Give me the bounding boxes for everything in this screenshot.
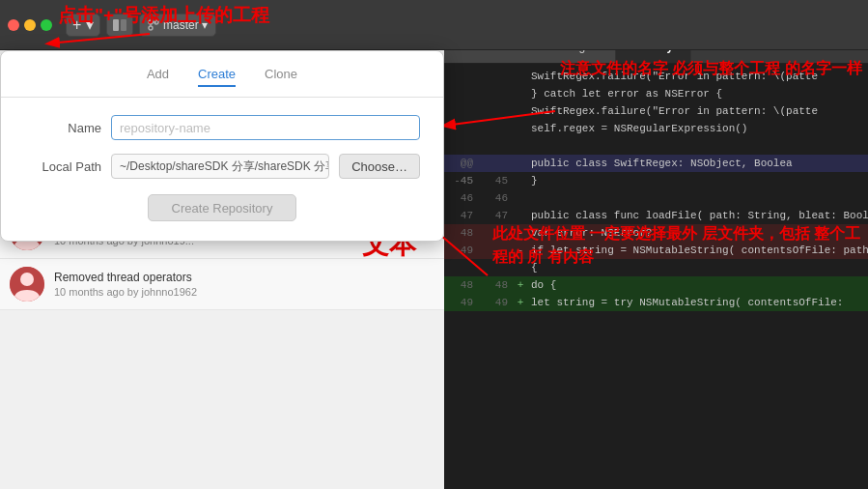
modal-tabs: Add Create Clone	[1, 51, 443, 98]
code-line: {	[444, 259, 868, 276]
name-field-row: Name	[24, 115, 420, 140]
tab-clone[interactable]: Clone	[265, 67, 297, 87]
svg-rect-1	[121, 19, 126, 31]
svg-point-4	[149, 26, 153, 30]
code-line: @@ -45 public class SwiftRegex: NSObject…	[444, 155, 868, 172]
local-path-field-row: Local Path ~/Desktop/shareSDK 分享/shareSD…	[24, 154, 420, 179]
toolbar-left: + ▾ master ▾	[0, 14, 216, 37]
sidebar-icon	[112, 18, 127, 32]
code-line: SwiftRegex.failure("Error in pattern: \(…	[444, 68, 868, 85]
code-line: SwiftRegex.failure("Error in pattern: \(…	[444, 102, 868, 120]
branch-selector[interactable]: master ▾	[139, 14, 216, 37]
commit-info: Removed thread operators10 months ago by…	[54, 271, 434, 298]
choose-button[interactable]: Choose…	[339, 154, 420, 179]
right-panel: johnno1962/SwiftRegex No Uncommitted Cha…	[444, 0, 868, 489]
code-line: 4848+ do {	[444, 276, 868, 294]
svg-rect-0	[113, 19, 119, 31]
branch-label: master ▾	[163, 18, 208, 32]
toolbar: + ▾ master ▾ 点击"+"号添加上传的工程	[0, 0, 868, 50]
code-line: 49- if let string = NSMutableString( con…	[444, 242, 868, 259]
code-area: SwiftRegex.failure("Error in pattern: \(…	[444, 64, 868, 489]
minimize-button[interactable]	[24, 19, 36, 31]
code-line: 4949+ let string = try NSMutableString( …	[444, 294, 868, 311]
create-repository-button[interactable]: Create Repository	[148, 194, 297, 221]
maximize-button[interactable]	[41, 19, 52, 31]
code-line: 48- var error: NSError?	[444, 224, 868, 242]
tab-add[interactable]: Add	[147, 67, 169, 87]
commit-title: Removed thread operators	[54, 271, 434, 284]
code-line: } catch let error as NSError {	[444, 85, 868, 102]
plus-icon: + ▾	[72, 15, 94, 34]
add-button[interactable]: + ▾	[66, 14, 100, 37]
code-line	[444, 137, 868, 155]
branch-icon	[148, 19, 159, 31]
code-line: 4545}	[444, 172, 868, 189]
code-content: SwiftRegex.failure("Error in pattern: \(…	[444, 64, 868, 489]
code-line: 4646	[444, 189, 868, 207]
close-button[interactable]	[8, 19, 19, 31]
modal-body: Name Local Path ~/Desktop/shareSDK 分享/sh…	[1, 98, 443, 221]
local-path-label: Local Path	[24, 159, 101, 174]
code-line: 4747public class func loadFile( path: St…	[444, 207, 868, 224]
svg-point-16	[20, 273, 34, 286]
create-repo-modal: Add Create Clone Name Local Path ~/Deskt…	[0, 50, 444, 242]
name-label: Name	[24, 121, 101, 135]
svg-point-2	[149, 20, 153, 24]
sidebar-toggle-button[interactable]	[106, 14, 133, 37]
code-line: self.regex = NSRegularExpression()	[444, 120, 868, 137]
avatar	[10, 267, 44, 302]
commit-item[interactable]: Removed thread operators10 months ago by…	[0, 259, 444, 310]
commit-meta: 10 months ago by johnno1962	[54, 286, 434, 298]
tab-create[interactable]: Create	[198, 67, 236, 87]
name-input[interactable]	[111, 115, 420, 140]
traffic-lights	[8, 19, 60, 31]
local-path-display: ~/Desktop/shareSDK 分享/shareSDK 分享	[111, 154, 329, 179]
